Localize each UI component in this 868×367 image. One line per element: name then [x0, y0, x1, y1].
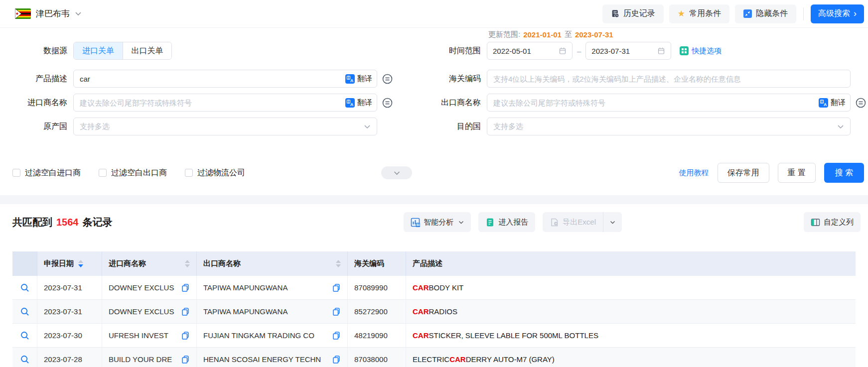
- hs-code-label: 海关编码: [399, 74, 481, 84]
- view-detail-button[interactable]: [20, 331, 30, 341]
- cell-importer: UFRESH INVEST: [102, 324, 197, 347]
- header-label: 进口商名称: [109, 259, 146, 268]
- advanced-search-button[interactable]: 高级搜索 ›: [811, 4, 864, 23]
- destination-country-label: 目的国: [399, 122, 481, 132]
- history-button[interactable]: 历史记录: [602, 4, 664, 23]
- cell-date: 2023-07-28: [37, 348, 102, 367]
- svg-text:BI: BI: [417, 223, 420, 227]
- importer-input[interactable]: [73, 94, 377, 112]
- sort-caret-up-icon[interactable]: [185, 260, 190, 263]
- checkbox-filter-logistics[interactable]: 过滤物流公司: [185, 168, 245, 178]
- table-header-importer[interactable]: 进口商名称: [102, 251, 197, 276]
- tab-import-declarations[interactable]: 进口关单: [74, 42, 123, 59]
- quick-options-link[interactable]: 快捷选项: [680, 46, 722, 56]
- sort-caret-down-icon[interactable]: [185, 264, 190, 267]
- view-detail-button[interactable]: [20, 307, 30, 317]
- destination-country-placeholder: 支持多选: [493, 122, 523, 131]
- export-excel-button[interactable]: 导出Excel: [543, 212, 603, 232]
- smart-analysis-button[interactable]: BI 智能分析: [404, 212, 471, 232]
- copy-icon[interactable]: [181, 283, 190, 292]
- svg-text:A: A: [350, 102, 353, 107]
- translate-icon: A: [345, 74, 355, 84]
- cell-product-desc: ELECTRIC CAR DERRY AUTO-M7 (GRAY): [406, 348, 856, 367]
- copy-icon[interactable]: [181, 307, 190, 316]
- cell-exporter: TAPIWA MAPUNGWANA: [197, 300, 348, 323]
- date-start-input[interactable]: [493, 47, 559, 55]
- cell-date: 2023-07-31: [37, 276, 102, 299]
- product-desc-input[interactable]: [73, 70, 377, 88]
- hs-code-input[interactable]: [487, 70, 851, 88]
- country-picker[interactable]: 津巴布韦: [15, 8, 82, 19]
- quick-options-label: 快捷选项: [692, 46, 722, 56]
- sort-control-date[interactable]: [78, 260, 83, 267]
- copy-icon[interactable]: [332, 331, 341, 340]
- cell-date: 2023-07-30: [37, 324, 102, 347]
- hide-conditions-label: 隐藏条件: [756, 8, 788, 19]
- sort-caret-up-icon[interactable]: [78, 260, 83, 263]
- cell-exporter: FUJIAN TINGKAM TRADING CO: [197, 324, 348, 347]
- copy-icon[interactable]: [181, 355, 190, 364]
- chevron-right-icon: ›: [854, 9, 857, 18]
- sort-caret-down-icon[interactable]: [336, 264, 341, 267]
- sort-caret-up-icon[interactable]: [336, 260, 341, 263]
- date-start-input-box[interactable]: [487, 42, 573, 60]
- star-icon: ★: [678, 9, 685, 18]
- checkbox-box[interactable]: [185, 169, 193, 177]
- copy-icon[interactable]: [332, 355, 341, 364]
- chevron-down-icon: [610, 221, 615, 224]
- magnifier-icon: [20, 331, 30, 341]
- export-options-button[interactable]: [603, 212, 622, 232]
- view-detail-button[interactable]: [20, 283, 30, 293]
- translate-button[interactable]: A 翻译: [345, 94, 372, 112]
- header-label: 产品描述: [413, 259, 442, 268]
- sort-control-exporter[interactable]: [336, 260, 341, 267]
- tutorial-link[interactable]: 使用教程: [679, 168, 709, 178]
- table-header-detail-column: [12, 251, 37, 276]
- checkbox-label: 过滤物流公司: [197, 168, 245, 178]
- exclude-filter-icon[interactable]: [382, 73, 393, 85]
- translate-label: 翻译: [357, 98, 372, 108]
- exclude-filter-icon[interactable]: [855, 97, 867, 109]
- favorites-button[interactable]: ★ 常用条件: [669, 4, 729, 23]
- collapse-panel-button[interactable]: [381, 166, 412, 179]
- results-count: 1564: [56, 217, 79, 228]
- checkbox-filter-blank-importer[interactable]: 过滤空白进口商: [12, 168, 81, 178]
- copy-icon[interactable]: [181, 331, 190, 340]
- time-range-label: 时间范围: [399, 46, 481, 56]
- checkbox-box[interactable]: [99, 169, 107, 177]
- table-header-exporter[interactable]: 出口商名称: [197, 251, 348, 276]
- history-icon: [611, 9, 619, 18]
- search-button[interactable]: 搜 索: [824, 163, 864, 183]
- checkbox-filter-blank-exporter[interactable]: 过滤空白出口商: [99, 168, 167, 178]
- tab-export-declarations[interactable]: 出口关单: [123, 42, 171, 59]
- reset-button[interactable]: 重 置: [778, 163, 816, 183]
- table-row: 2023-07-30 UFRESH INVEST FUJIAN TINGKAM …: [12, 324, 856, 348]
- cell-hs-code: 87038000: [348, 348, 406, 367]
- view-detail-button[interactable]: [20, 355, 30, 365]
- country-name: 津巴布韦: [36, 8, 70, 19]
- destination-country-select[interactable]: 支持多选: [487, 118, 851, 135]
- table-header-date[interactable]: 申报日期: [37, 251, 102, 276]
- date-end-input-box[interactable]: [585, 42, 671, 60]
- hide-conditions-button[interactable]: 隐藏条件: [735, 4, 796, 23]
- enter-report-button[interactable]: 进入报告: [478, 212, 535, 232]
- origin-country-placeholder: 支持多选: [80, 122, 110, 131]
- copy-icon[interactable]: [332, 307, 341, 316]
- sort-control-importer[interactable]: [185, 260, 190, 267]
- exporter-input[interactable]: [487, 94, 851, 112]
- chevron-down-icon: [393, 171, 401, 175]
- checkbox-box[interactable]: [12, 169, 20, 177]
- update-range-end: 2023-07-31: [575, 30, 613, 39]
- copy-icon[interactable]: [332, 283, 341, 292]
- custom-columns-button[interactable]: 自定义列: [804, 212, 861, 232]
- sort-caret-down-icon[interactable]: [78, 264, 83, 267]
- translate-button[interactable]: A 翻译: [819, 94, 846, 112]
- exclude-filter-icon[interactable]: [382, 97, 393, 109]
- origin-country-select[interactable]: 支持多选: [73, 118, 377, 135]
- cell-exporter: HENAN SCOSAI ENERGY TECHN: [197, 348, 348, 367]
- date-end-input[interactable]: [591, 47, 657, 55]
- results-toolbar: 共匹配到 1564 条记录 BI 智能分析: [12, 212, 861, 232]
- save-favorite-button[interactable]: 保存常用: [718, 163, 769, 183]
- translate-button[interactable]: A 翻译: [345, 70, 372, 88]
- importer-label: 进口商名称: [0, 98, 67, 108]
